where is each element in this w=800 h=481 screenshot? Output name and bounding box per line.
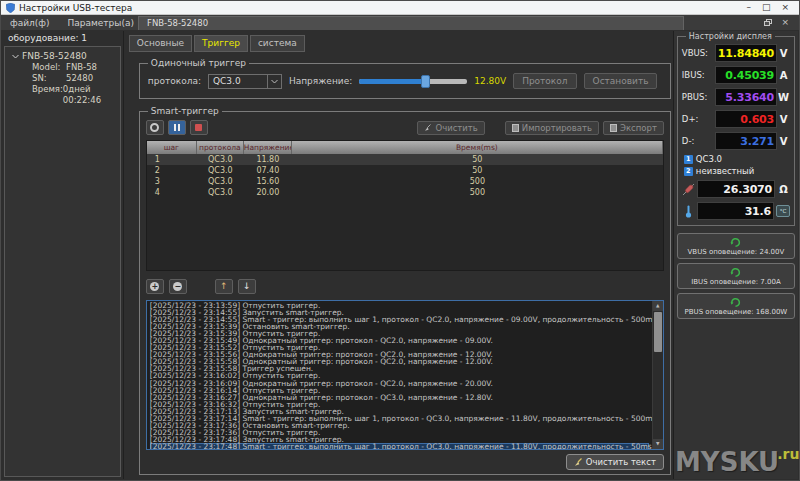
alert-button[interactable]: PBUS оповещение: 168.00W	[677, 293, 795, 319]
cell-voltage: 11.80	[244, 154, 292, 165]
stop-trigger-button[interactable]: Остановить	[584, 73, 658, 89]
device-tree: FNB-58-52480 Model:FNB-58SN:52480Время:0…	[4, 46, 121, 477]
window-title: Настройки USB-тестера	[19, 3, 132, 13]
protocol-indicators: 1QC3.02неизвестный	[682, 154, 790, 176]
protocol-trigger-button[interactable]: Протокол	[513, 73, 576, 89]
tab-система[interactable]: система	[250, 35, 305, 52]
reading-display: 3.271	[715, 132, 777, 150]
toolbar-right: Очистить Импортировать	[417, 121, 663, 135]
tab-Триггер[interactable]: Триггер	[194, 35, 248, 52]
device-name: FNB-58-52480	[22, 51, 87, 61]
reading-label: D+:	[682, 114, 715, 124]
reading-label: VBUS:	[682, 48, 715, 58]
celsius-unit-button[interactable]: °C	[776, 205, 790, 217]
reading-row: D-:3.271V	[682, 132, 790, 150]
cell-voltage: 07.40	[244, 165, 292, 176]
move-step-down-button[interactable]: ↓	[238, 279, 256, 294]
reading-display: 5.33640	[715, 88, 777, 106]
clear-text-button[interactable]: Очистить текст	[566, 454, 664, 470]
refresh-alert-icon	[730, 297, 741, 308]
protocol-name: QC3.0	[696, 154, 722, 164]
broom-icon	[424, 124, 432, 132]
voltage-slider[interactable]	[359, 75, 467, 88]
reading-unit: V	[777, 48, 790, 59]
cell-step: 1	[147, 154, 197, 165]
mdi-close-button[interactable]: ×	[781, 17, 789, 27]
display-settings-title: Настройки дисплея	[686, 32, 775, 41]
table-row[interactable]: 2QC3.007.4050	[147, 165, 663, 176]
device-field-value: 52480	[66, 73, 93, 84]
resistance-unit: Ω	[777, 184, 790, 195]
alert-label: VBUS оповещение: 24.00V	[688, 248, 785, 256]
minus-circle-icon: −	[173, 282, 182, 291]
minimize-button[interactable]: –	[746, 1, 751, 14]
alert-label: PBUS оповещение: 168.00W	[685, 308, 788, 316]
scroll-thumb[interactable]	[654, 312, 662, 352]
titlebar: Настройки USB-тестера – □ ×	[1, 1, 799, 15]
app-shield-icon	[6, 3, 15, 13]
mdi-restore-button[interactable]	[764, 19, 772, 26]
refresh-alert-icon	[730, 237, 741, 248]
run-smart-trigger-button[interactable]	[146, 120, 164, 135]
tab-Основные[interactable]: Основные	[129, 35, 192, 52]
export-button[interactable]: Экспорт	[603, 121, 664, 135]
temperature-display: 31.6	[697, 202, 774, 220]
reading-value: 5.33640	[718, 91, 774, 104]
readings: VBUS:11.84840VIBUS:0.45039APBUS:5.33640W…	[682, 44, 790, 150]
reading-unit: W	[777, 92, 790, 103]
cell-protocol: QC3.0	[197, 154, 244, 165]
sidebar: оборудование: 1 FNB-58-52480 Model:FNB-5…	[2, 31, 124, 479]
arrow-down-icon: ↓	[243, 282, 251, 291]
close-button[interactable]: ×	[781, 1, 789, 14]
chevron-down-icon	[12, 54, 19, 59]
voltage-value: 12.80V	[474, 76, 506, 86]
move-step-up-button[interactable]: ↑	[215, 279, 233, 294]
protocol-indicator: 1QC3.0	[684, 154, 790, 164]
menu-item[interactable]: файл(ф)	[1, 18, 59, 28]
reading-value: 11.84840	[718, 47, 774, 60]
log-view[interactable]: [2025/12/23 - 23:13:59] Отпустить тригге…	[146, 300, 664, 450]
reading-value: 0.603	[718, 113, 774, 126]
stop-icon	[195, 124, 202, 131]
reading-row: PBUS:5.33640W	[682, 88, 790, 106]
smart-trigger-title: Smart-триггер	[148, 106, 222, 116]
mdi-window-controls: ×	[764, 17, 789, 27]
add-step-button[interactable]: +	[146, 279, 164, 294]
scroll-down-button[interactable]: ▼	[653, 439, 663, 449]
menubar: файл(ф)Параметры(а)Справка(х) FNB-58-524…	[1, 15, 799, 30]
stop-smart-trigger-button[interactable]	[190, 120, 208, 135]
table-row[interactable]: 3QC3.015.60500	[147, 176, 663, 187]
device-field-label: Время:	[32, 84, 63, 95]
scroll-up-button[interactable]: ▲	[653, 301, 663, 311]
protocol-name: неизвестный	[696, 166, 755, 176]
window-controls: – □ ×	[746, 1, 794, 14]
single-trigger-group: Одиночный триггер протокола: QC3.0 Напря…	[139, 58, 671, 99]
table-row[interactable]: 4QC3.020.00500	[147, 187, 663, 198]
import-button[interactable]: Импортировать	[505, 121, 599, 135]
log-scrollbar[interactable]: ▲ ▼	[652, 301, 663, 449]
device-tree-root[interactable]: FNB-58-52480	[5, 50, 120, 62]
slider-thumb[interactable]	[421, 75, 430, 88]
step-edit-buttons: + − ↑ ↓	[146, 279, 664, 294]
alert-buttons: VBUS оповещение: 24.00VIBUS оповещение: …	[676, 233, 796, 319]
tabbar: ОсновныеТриггерсистема	[129, 35, 673, 52]
alert-button[interactable]: IBUS оповещение: 7.00A	[677, 263, 795, 289]
protocol-select-value: QC3.0	[209, 76, 267, 86]
protocol-select[interactable]: QC3.0	[208, 74, 282, 89]
plus-circle-icon: +	[150, 282, 159, 291]
maximize-button[interactable]: □	[762, 1, 771, 14]
clear-steps-button[interactable]: Очистить	[417, 121, 484, 135]
device-field-label: SN:	[32, 73, 66, 84]
single-trigger-row: протокола: QC3.0 Напряжение:	[140, 68, 670, 98]
resistance-display: 26.3070	[697, 180, 775, 198]
mdi-tab[interactable]: FNB-58-52480	[138, 16, 684, 30]
protocol-indicator: 2неизвестный	[684, 166, 790, 176]
table-row[interactable]: 1QC3.011.8050	[147, 154, 663, 165]
app-window: Настройки USB-тестера – □ × файл(ф)Парам…	[0, 0, 800, 481]
alert-button[interactable]: VBUS оповещение: 24.00V	[677, 233, 795, 259]
pause-smart-trigger-button[interactable]	[168, 120, 186, 135]
menu-item[interactable]: Параметры(а)	[59, 18, 143, 28]
reading-label: PBUS:	[682, 92, 715, 102]
remove-step-button[interactable]: −	[169, 279, 187, 294]
export-file-icon	[610, 124, 617, 132]
